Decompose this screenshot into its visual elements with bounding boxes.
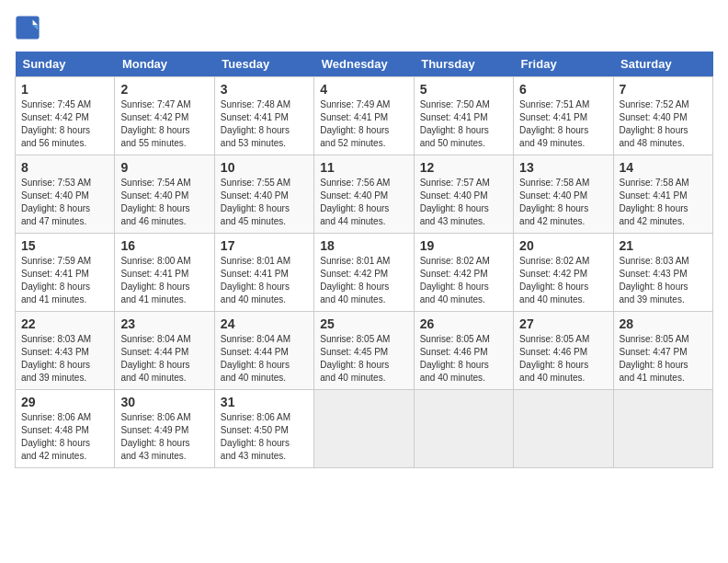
day-number: 5	[420, 82, 507, 97]
day-info: Sunrise: 7:53 AMSunset: 4:40 PMDaylight:…	[21, 177, 108, 228]
header-sunday: Sunday	[16, 52, 115, 77]
day-cell	[314, 390, 414, 468]
day-cell: 20 Sunrise: 8:02 AMSunset: 4:42 PMDaylig…	[514, 234, 613, 312]
day-number: 4	[320, 82, 407, 97]
day-info: Sunrise: 8:06 AMSunset: 4:50 PMDaylight:…	[221, 411, 308, 463]
day-number: 22	[21, 316, 108, 331]
day-info: Sunrise: 7:55 AMSunset: 4:40 PMDaylight:…	[221, 177, 308, 228]
day-number: 7	[620, 82, 707, 97]
day-cell	[613, 390, 712, 468]
day-cell: 10 Sunrise: 7:55 AMSunset: 4:40 PMDaylig…	[214, 155, 313, 234]
day-number: 19	[420, 238, 507, 253]
day-info: Sunrise: 7:48 AMSunset: 4:41 PMDaylight:…	[221, 98, 308, 150]
day-number: 26	[420, 316, 507, 331]
day-cell: 29 Sunrise: 8:06 AMSunset: 4:48 PMDaylig…	[16, 390, 115, 468]
day-cell: 3 Sunrise: 7:48 AMSunset: 4:41 PMDayligh…	[214, 77, 313, 155]
day-cell: 22 Sunrise: 8:03 AMSunset: 4:43 PMDaylig…	[16, 312, 115, 390]
week-row-1: 1 Sunrise: 7:45 AMSunset: 4:42 PMDayligh…	[16, 77, 713, 155]
day-info: Sunrise: 7:45 AMSunset: 4:42 PMDaylight:…	[21, 98, 108, 150]
week-row-3: 15 Sunrise: 7:59 AMSunset: 4:41 PMDaylig…	[16, 234, 713, 312]
day-number: 6	[519, 82, 607, 97]
header-friday: Friday	[514, 52, 613, 77]
day-number: 21	[620, 238, 707, 253]
day-info: Sunrise: 8:05 AMSunset: 4:46 PMDaylight:…	[519, 333, 607, 385]
day-cell: 15 Sunrise: 7:59 AMSunset: 4:41 PMDaylig…	[16, 234, 115, 312]
header-row: SundayMondayTuesdayWednesdayThursdayFrid…	[16, 52, 713, 77]
day-number: 24	[221, 316, 308, 331]
day-number: 27	[519, 316, 607, 331]
day-cell: 13 Sunrise: 7:58 AMSunset: 4:40 PMDaylig…	[514, 155, 613, 234]
day-cell: 5 Sunrise: 7:50 AMSunset: 4:41 PMDayligh…	[414, 77, 513, 155]
day-cell: 9 Sunrise: 7:54 AMSunset: 4:40 PMDayligh…	[115, 155, 214, 234]
day-cell: 21 Sunrise: 8:03 AMSunset: 4:43 PMDaylig…	[613, 234, 712, 312]
day-info: Sunrise: 8:05 AMSunset: 4:46 PMDaylight:…	[420, 333, 507, 385]
day-cell: 11 Sunrise: 7:56 AMSunset: 4:40 PMDaylig…	[314, 155, 414, 234]
day-cell: 8 Sunrise: 7:53 AMSunset: 4:40 PMDayligh…	[16, 155, 115, 234]
day-cell: 17 Sunrise: 8:01 AMSunset: 4:41 PMDaylig…	[214, 234, 313, 312]
header-saturday: Saturday	[613, 52, 712, 77]
calendar-table: SundayMondayTuesdayWednesdayThursdayFrid…	[15, 52, 713, 468]
day-number: 2	[120, 82, 208, 97]
logo	[15, 15, 44, 40]
day-cell: 18 Sunrise: 8:01 AMSunset: 4:42 PMDaylig…	[314, 234, 414, 312]
day-info: Sunrise: 8:04 AMSunset: 4:44 PMDaylight:…	[120, 333, 208, 385]
day-cell: 25 Sunrise: 8:05 AMSunset: 4:45 PMDaylig…	[314, 312, 414, 390]
day-info: Sunrise: 8:06 AMSunset: 4:49 PMDaylight:…	[120, 411, 208, 463]
day-number: 9	[120, 160, 208, 175]
week-row-4: 22 Sunrise: 8:03 AMSunset: 4:43 PMDaylig…	[16, 312, 713, 390]
day-number: 13	[519, 160, 607, 175]
day-info: Sunrise: 7:57 AMSunset: 4:40 PMDaylight:…	[420, 177, 507, 228]
day-info: Sunrise: 7:50 AMSunset: 4:41 PMDaylight:…	[420, 98, 507, 150]
day-info: Sunrise: 7:47 AMSunset: 4:42 PMDaylight:…	[120, 98, 208, 150]
day-cell: 2 Sunrise: 7:47 AMSunset: 4:42 PMDayligh…	[115, 77, 214, 155]
day-cell: 23 Sunrise: 8:04 AMSunset: 4:44 PMDaylig…	[115, 312, 214, 390]
day-cell: 7 Sunrise: 7:52 AMSunset: 4:40 PMDayligh…	[613, 77, 712, 155]
day-info: Sunrise: 8:03 AMSunset: 4:43 PMDaylight:…	[21, 333, 108, 385]
day-info: Sunrise: 8:05 AMSunset: 4:45 PMDaylight:…	[320, 333, 407, 385]
day-info: Sunrise: 7:54 AMSunset: 4:40 PMDaylight:…	[120, 177, 208, 228]
day-info: Sunrise: 8:02 AMSunset: 4:42 PMDaylight:…	[420, 255, 507, 306]
day-info: Sunrise: 7:49 AMSunset: 4:41 PMDaylight:…	[320, 98, 407, 150]
day-cell: 12 Sunrise: 7:57 AMSunset: 4:40 PMDaylig…	[414, 155, 513, 234]
day-cell	[514, 390, 613, 468]
day-cell: 1 Sunrise: 7:45 AMSunset: 4:42 PMDayligh…	[16, 77, 115, 155]
day-info: Sunrise: 7:59 AMSunset: 4:41 PMDaylight:…	[21, 255, 108, 306]
header-thursday: Thursday	[414, 52, 513, 77]
day-number: 29	[21, 395, 108, 409]
day-number: 14	[620, 160, 707, 175]
day-number: 17	[221, 238, 308, 253]
day-number: 31	[221, 395, 308, 409]
header-wednesday: Wednesday	[314, 52, 414, 77]
day-number: 23	[120, 316, 208, 331]
day-cell: 30 Sunrise: 8:06 AMSunset: 4:49 PMDaylig…	[115, 390, 214, 468]
logo-icon	[15, 15, 40, 40]
day-number: 28	[620, 316, 707, 331]
day-info: Sunrise: 8:06 AMSunset: 4:48 PMDaylight:…	[21, 411, 108, 463]
day-info: Sunrise: 7:52 AMSunset: 4:40 PMDaylight:…	[620, 98, 707, 150]
day-number: 16	[120, 238, 208, 253]
day-cell: 26 Sunrise: 8:05 AMSunset: 4:46 PMDaylig…	[414, 312, 513, 390]
day-number: 8	[21, 160, 108, 175]
day-info: Sunrise: 8:03 AMSunset: 4:43 PMDaylight:…	[620, 255, 707, 306]
day-number: 10	[221, 160, 308, 175]
day-number: 18	[320, 238, 407, 253]
week-row-5: 29 Sunrise: 8:06 AMSunset: 4:48 PMDaylig…	[16, 390, 713, 468]
week-row-2: 8 Sunrise: 7:53 AMSunset: 4:40 PMDayligh…	[16, 155, 713, 234]
day-info: Sunrise: 7:58 AMSunset: 4:40 PMDaylight:…	[519, 177, 607, 228]
day-number: 11	[320, 160, 407, 175]
day-info: Sunrise: 8:01 AMSunset: 4:42 PMDaylight:…	[320, 255, 407, 306]
day-cell	[414, 390, 513, 468]
day-number: 30	[120, 395, 208, 409]
day-info: Sunrise: 8:05 AMSunset: 4:47 PMDaylight:…	[620, 333, 707, 385]
day-cell: 31 Sunrise: 8:06 AMSunset: 4:50 PMDaylig…	[214, 390, 313, 468]
day-number: 1	[21, 82, 108, 97]
day-number: 25	[320, 316, 407, 331]
day-cell: 28 Sunrise: 8:05 AMSunset: 4:47 PMDaylig…	[613, 312, 712, 390]
day-info: Sunrise: 7:56 AMSunset: 4:40 PMDaylight:…	[320, 177, 407, 228]
day-cell: 14 Sunrise: 7:58 AMSunset: 4:41 PMDaylig…	[613, 155, 712, 234]
day-number: 3	[221, 82, 308, 97]
day-info: Sunrise: 7:51 AMSunset: 4:41 PMDaylight:…	[519, 98, 607, 150]
day-info: Sunrise: 8:01 AMSunset: 4:41 PMDaylight:…	[221, 255, 308, 306]
day-info: Sunrise: 8:04 AMSunset: 4:44 PMDaylight:…	[221, 333, 308, 385]
header-monday: Monday	[115, 52, 214, 77]
